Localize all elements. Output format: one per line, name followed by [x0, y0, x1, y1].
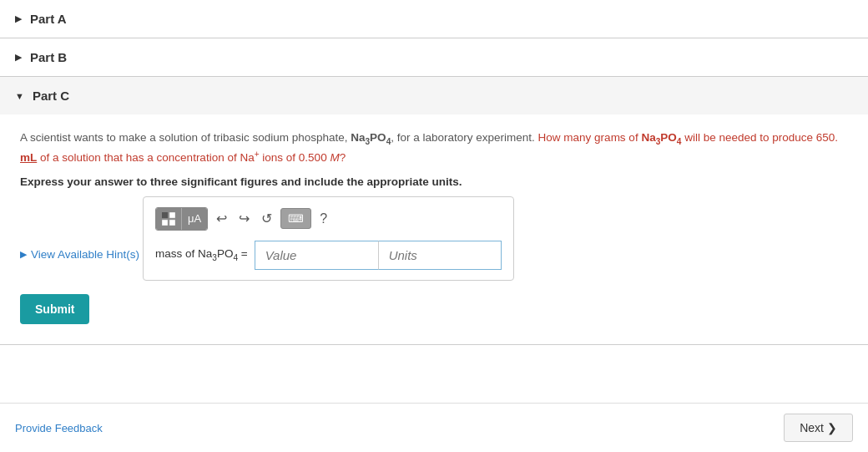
svg-rect-2 [162, 220, 168, 226]
hint-label: View Available Hint(s) [31, 248, 139, 261]
next-button[interactable]: Next ❯ [784, 414, 853, 442]
next-label: Next [800, 421, 824, 434]
redo-icon: ↪ [239, 211, 250, 226]
part-c-section: ▼ Part C A scientist wants to make a sol… [0, 77, 868, 345]
grid-icon [162, 212, 175, 226]
footer: Provide Feedback Next ❯ [0, 403, 868, 452]
help-icon: ? [320, 211, 327, 226]
help-button[interactable]: ? [316, 210, 331, 228]
part-a-header[interactable]: ▶ Part A [0, 0, 868, 38]
answer-box: μA ↩ ↪ ↺ ⌨ ? [143, 196, 514, 281]
emphasis-text: Express your answer to three significant… [20, 175, 848, 188]
part-a-section: ▶ Part A [0, 0, 868, 38]
mu-label: μA [188, 212, 201, 225]
undo-button[interactable]: ↩ [213, 209, 230, 228]
next-arrow-icon: ❯ [827, 421, 837, 434]
mu-button[interactable]: μA [182, 208, 207, 230]
part-c-arrow: ▼ [15, 91, 24, 101]
input-row: mass of Na3PO4 = [155, 241, 502, 270]
keyboard-icon: ⌨ [288, 212, 304, 225]
keyboard-button[interactable]: ⌨ [280, 208, 311, 229]
redo-button[interactable]: ↪ [235, 209, 253, 228]
grid-button[interactable] [156, 208, 182, 230]
value-input[interactable] [255, 241, 378, 270]
feedback-link[interactable]: Provide Feedback [15, 422, 103, 434]
reset-button[interactable]: ↺ [258, 209, 275, 228]
submit-button[interactable]: Submit [20, 294, 89, 324]
part-b-label: Part B [30, 50, 67, 64]
part-c-label: Part C [33, 89, 69, 103]
part-b-arrow: ▶ [15, 52, 22, 63]
part-c-header[interactable]: ▼ Part C [0, 77, 868, 114]
question-text: A scientist wants to make a solution of … [20, 130, 848, 167]
mass-label: mass of Na3PO4 = [155, 247, 248, 262]
toolbar: μA ↩ ↪ ↺ ⌨ ? [155, 207, 502, 231]
units-input[interactable] [378, 241, 502, 270]
undo-icon: ↩ [216, 211, 227, 226]
part-c-content: A scientist wants to make a solution of … [0, 114, 868, 344]
part-a-label: Part A [30, 12, 67, 26]
toolbar-btn-group: μA [155, 207, 208, 231]
svg-rect-0 [162, 212, 168, 218]
hint-link[interactable]: ▶ View Available Hint(s) [20, 248, 139, 261]
svg-rect-1 [169, 212, 175, 218]
hint-arrow-icon: ▶ [20, 249, 27, 260]
part-b-section: ▶ Part B [0, 38, 868, 77]
part-b-header[interactable]: ▶ Part B [0, 38, 868, 76]
svg-rect-3 [169, 220, 175, 226]
reset-icon: ↺ [261, 211, 272, 226]
part-a-arrow: ▶ [15, 13, 22, 24]
